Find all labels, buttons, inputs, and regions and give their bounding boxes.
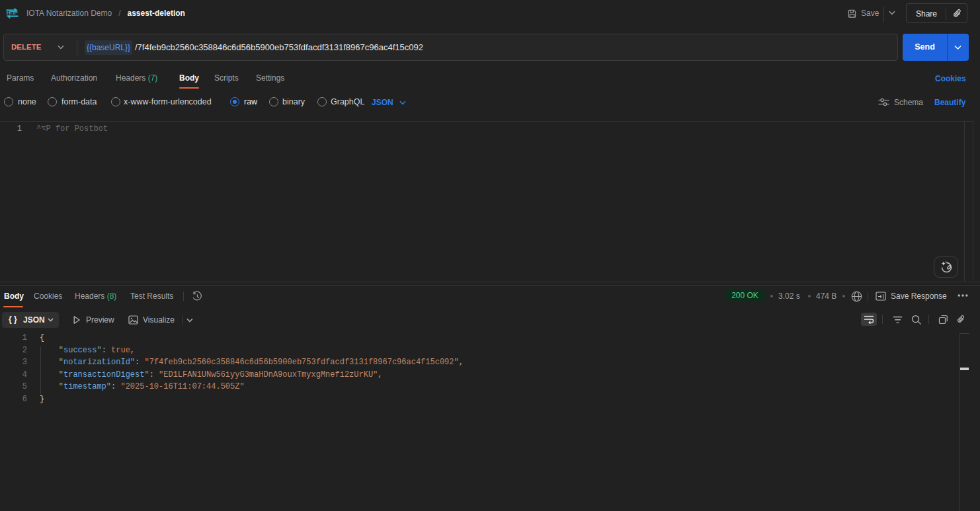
svg-text:HTTP: HTTP xyxy=(7,10,19,16)
